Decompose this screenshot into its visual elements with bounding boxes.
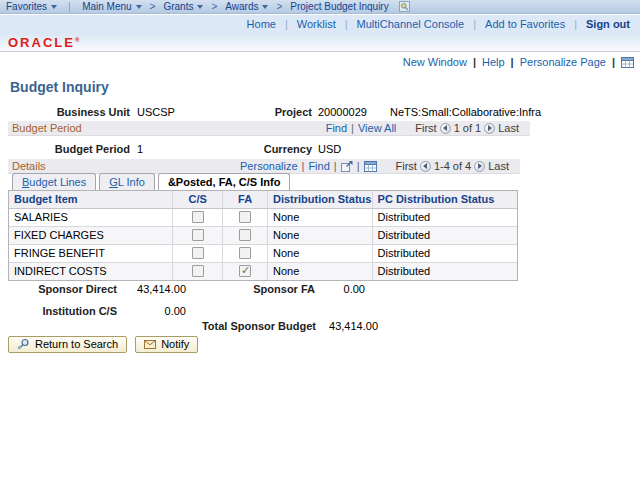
details-find-link[interactable]: Find <box>308 160 329 172</box>
notify-envelope-icon <box>144 340 156 349</box>
arrow-right-icon <box>488 125 492 131</box>
logo-bar: ORACLE <box>0 32 640 52</box>
tab-label: Budget Lines <box>22 176 86 188</box>
grants-label: Grants <box>163 1 193 12</box>
awards-label: Awards <box>225 1 258 12</box>
sponsor-fa-value: 0.00 <box>305 283 365 295</box>
last-label: Last <box>488 160 509 172</box>
next-rows-button[interactable] <box>474 161 485 172</box>
page-inquiry-icon[interactable] <box>399 1 410 12</box>
link-separator <box>574 18 577 30</box>
link-separator <box>285 18 288 30</box>
download-grid-icon[interactable] <box>364 161 377 172</box>
chevron-down-icon <box>197 5 203 9</box>
breadcrumb-awards[interactable]: Awards <box>219 1 274 12</box>
cs-checkbox[interactable] <box>192 229 204 241</box>
budget-details-grid: Budget Item C/S FA Distribution Status P… <box>8 190 518 281</box>
details-section-header: Details Personalize Find <box>8 159 520 174</box>
return-to-search-button[interactable]: Return to Search <box>8 336 127 353</box>
chevron-down-icon <box>262 5 268 9</box>
fa-checkbox[interactable] <box>239 247 251 259</box>
grid-header-row: Budget Item C/S FA Distribution Status P… <box>9 191 517 209</box>
portal-links-bar: Home Worklist MultiChannel Console Add t… <box>0 15 640 32</box>
breadcrumb-separator <box>150 1 156 12</box>
breadcrumb-current-page: Project Budget Inquiry <box>284 1 394 12</box>
tab-label: &Posted, FA, C/S Info <box>168 176 280 188</box>
project-value: 20000029 <box>318 106 367 118</box>
institution-cs-label: Institution C/S <box>27 305 117 317</box>
pc-distribution-status-cell: Distributed <box>373 209 517 226</box>
details-row-counter: 1-4 of 4 <box>434 160 471 172</box>
fa-checkbox[interactable] <box>239 211 251 223</box>
sponsor-direct-label: Sponsor Direct <box>27 283 117 295</box>
budget-period-row-counter: 1 of 1 <box>454 122 482 134</box>
budget-period-find-link[interactable]: Find <box>326 122 347 134</box>
link-separator <box>511 56 514 68</box>
distribution-status-cell: None <box>268 245 373 262</box>
table-row: FIXED CHARGES None Distributed <box>9 227 517 245</box>
sign-out-link[interactable]: Sign out <box>586 18 630 30</box>
notify-button[interactable]: Notify <box>135 336 198 353</box>
column-cs[interactable]: C/S <box>173 191 223 208</box>
budget-inquiry-page: Favorites Main Menu Grants Awards Projec… <box>0 0 640 480</box>
budget-period-section-header: Budget Period Find View All First 1 of 1… <box>8 121 530 136</box>
link-separator <box>334 160 337 172</box>
project-label: Project <box>222 106 312 118</box>
totals-row-3: Total Sponsor Budget 43,414.00 <box>0 320 640 333</box>
breadcrumb-bar: Favorites Main Menu Grants Awards Projec… <box>0 0 640 14</box>
http-layout-grid-icon[interactable] <box>621 57 634 68</box>
previous-row-button[interactable] <box>440 123 451 134</box>
favorites-menu[interactable]: Favorites <box>0 1 63 12</box>
tab-label: GL Info <box>109 176 145 188</box>
tab-budget-lines[interactable]: Budget Lines <box>12 173 96 190</box>
breadcrumb-grants[interactable]: Grants <box>157 1 209 12</box>
budget-period-view-all-link[interactable]: View All <box>358 122 396 134</box>
cs-checkbox[interactable] <box>192 265 204 277</box>
business-unit-label: Business Unit <box>40 106 130 118</box>
first-label: First <box>396 160 417 172</box>
multichannel-console-link[interactable]: MultiChannel Console <box>357 18 465 30</box>
new-window-link[interactable]: New Window <box>403 56 467 68</box>
link-separator <box>473 56 476 68</box>
breadcrumb-separator <box>211 1 217 12</box>
distribution-status-cell: None <box>268 263 373 280</box>
business-unit-value: USCSP <box>137 106 175 118</box>
tab-gl-info[interactable]: GL Info <box>99 173 155 190</box>
add-to-favorites-link[interactable]: Add to Favorites <box>485 18 565 30</box>
previous-rows-button[interactable] <box>420 161 431 172</box>
arrow-right-icon <box>478 163 482 169</box>
view-all-popup-icon[interactable] <box>341 161 353 172</box>
main-menu-label: Main Menu <box>82 1 131 12</box>
totals-row-1: Sponsor Direct 43,414.00 Sponsor FA 0.00 <box>0 283 640 296</box>
help-link[interactable]: Help <box>482 56 505 68</box>
budget-period-field-label: Budget Period <box>40 143 130 155</box>
currency-label: Currency <box>222 143 312 155</box>
cs-checkbox[interactable] <box>192 211 204 223</box>
next-row-button[interactable] <box>484 123 495 134</box>
project-description: NeTS:Small:Collaborative:Infra <box>390 106 541 118</box>
table-row: FRINGE BENEFIT None Distributed <box>9 245 517 263</box>
column-fa[interactable]: FA <box>223 191 268 208</box>
budget-item-cell: FRINGE BENEFIT <box>9 245 173 262</box>
column-pc-distribution-status[interactable]: PC Distribution Status <box>373 191 517 208</box>
institution-cs-value: 0.00 <box>116 305 186 317</box>
first-label: First <box>415 122 436 134</box>
home-link[interactable]: Home <box>247 18 276 30</box>
total-sponsor-budget-label: Total Sponsor Budget <box>196 320 316 332</box>
budget-item-cell: SALARIES <box>9 209 173 226</box>
sponsor-fa-label: Sponsor FA <box>225 283 315 295</box>
budget-period-fields-row: Budget Period 1 Currency USD <box>0 143 640 156</box>
personalize-page-link[interactable]: Personalize Page <box>520 56 606 68</box>
link-separator <box>473 18 476 30</box>
cs-checkbox[interactable] <box>192 247 204 259</box>
fa-checkbox[interactable] <box>239 265 251 277</box>
column-budget-item[interactable]: Budget Item <box>9 191 173 208</box>
favorites-label: Favorites <box>6 1 47 12</box>
personalize-link[interactable]: Personalize <box>240 160 297 172</box>
column-distribution-status[interactable]: Distribution Status <box>268 191 373 208</box>
main-menu[interactable]: Main Menu <box>76 1 147 12</box>
tab-posted-fa-cs-info[interactable]: &Posted, FA, C/S Info <box>158 173 290 190</box>
worklist-link[interactable]: Worklist <box>297 18 336 30</box>
fa-checkbox[interactable] <box>239 229 251 241</box>
table-row: INDIRECT COSTS None Distributed <box>9 263 517 280</box>
